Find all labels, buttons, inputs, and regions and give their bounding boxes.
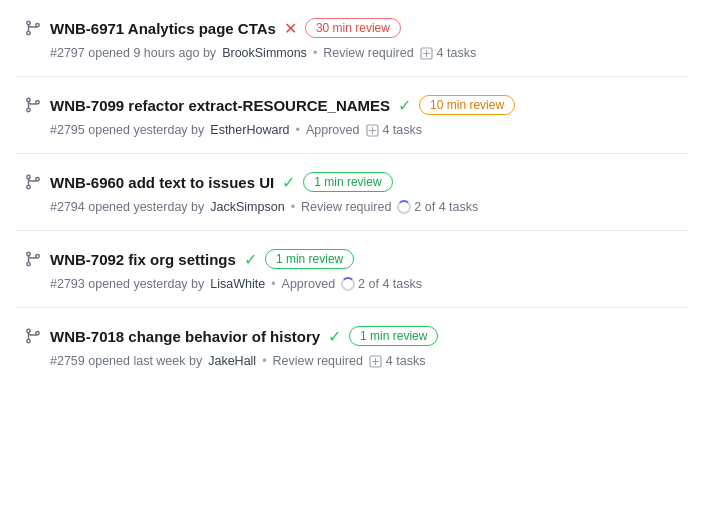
- tasks-icon: [369, 354, 383, 368]
- pr-item-1[interactable]: WNB-6971 Analytics page CTAs✕30 min revi…: [16, 0, 687, 77]
- branch-icon: [24, 250, 42, 268]
- review-status: Approved: [306, 123, 360, 137]
- pr-author: BrookSimmons: [222, 46, 307, 60]
- progress-circle-icon: [397, 200, 411, 214]
- review-status: Review required: [323, 46, 413, 60]
- pr-item-4[interactable]: WNB-7092 fix org settings✓1 min review#2…: [16, 231, 687, 308]
- tasks-icon: [420, 46, 434, 60]
- branch-icon: [24, 96, 42, 114]
- pr-meta: #2759 opened last week by JakeHall•Revie…: [24, 354, 679, 368]
- check-icon: ✓: [282, 173, 295, 192]
- svg-point-1: [27, 31, 30, 34]
- meta-separator: •: [271, 277, 275, 291]
- svg-point-23: [27, 339, 30, 342]
- svg-point-8: [27, 108, 30, 111]
- pr-meta: #2793 opened yesterday by LisaWhite•Appr…: [24, 277, 679, 291]
- pr-author: LisaWhite: [210, 277, 265, 291]
- pr-title-text: WNB-6971 Analytics page CTAs: [50, 20, 276, 37]
- pr-number: #2759 opened last week by: [50, 354, 202, 368]
- svg-point-15: [27, 185, 30, 188]
- tasks-count: 4 tasks: [437, 46, 477, 60]
- tasks-info: 2 of 4 tasks: [341, 277, 422, 291]
- pr-number: #2794 opened yesterday by: [50, 200, 204, 214]
- pr-number: #2797 opened 9 hours ago by: [50, 46, 216, 60]
- pr-title-text: WNB-7018 change behavior of history: [50, 328, 320, 345]
- meta-separator: •: [296, 123, 300, 137]
- pr-author: EstherHoward: [210, 123, 289, 137]
- pr-item-3[interactable]: WNB-6960 add text to issues UI✓1 min rev…: [16, 154, 687, 231]
- review-time-badge: 1 min review: [265, 249, 354, 269]
- tasks-count: 2 of 4 tasks: [358, 277, 422, 291]
- review-status: Review required: [273, 354, 363, 368]
- pr-title-row: WNB-7018 change behavior of history✓1 mi…: [24, 326, 679, 346]
- branch-icon: [24, 19, 42, 37]
- pr-number: #2795 opened yesterday by: [50, 123, 204, 137]
- pr-title-row: WNB-6971 Analytics page CTAs✕30 min revi…: [24, 18, 679, 38]
- tasks-count: 2 of 4 tasks: [414, 200, 478, 214]
- meta-separator: •: [262, 354, 266, 368]
- pr-title-text: WNB-7092 fix org settings: [50, 251, 236, 268]
- svg-point-7: [27, 98, 30, 101]
- pr-title-text: WNB-7099 refactor extract-RESOURCE_NAMES: [50, 97, 390, 114]
- review-status: Review required: [301, 200, 391, 214]
- review-status: Approved: [282, 277, 336, 291]
- pr-item-2[interactable]: WNB-7099 refactor extract-RESOURCE_NAMES…: [16, 77, 687, 154]
- branch-icon: [24, 327, 42, 345]
- pr-meta: #2794 opened yesterday by JackSimpson•Re…: [24, 200, 679, 214]
- svg-point-0: [27, 21, 30, 24]
- tasks-count: 4 tasks: [382, 123, 422, 137]
- review-time-badge: 30 min review: [305, 18, 401, 38]
- svg-point-19: [27, 262, 30, 265]
- meta-separator: •: [291, 200, 295, 214]
- pr-title-row: WNB-6960 add text to issues UI✓1 min rev…: [24, 172, 679, 192]
- tasks-info: 4 tasks: [420, 46, 477, 60]
- tasks-icon: [365, 123, 379, 137]
- tasks-info: 2 of 4 tasks: [397, 200, 478, 214]
- branch-icon: [24, 173, 42, 191]
- x-icon: ✕: [284, 19, 297, 38]
- meta-separator: •: [313, 46, 317, 60]
- pr-author: JackSimpson: [210, 200, 284, 214]
- pr-number: #2793 opened yesterday by: [50, 277, 204, 291]
- pr-title-text: WNB-6960 add text to issues UI: [50, 174, 274, 191]
- tasks-count: 4 tasks: [386, 354, 426, 368]
- pr-meta: #2795 opened yesterday by EstherHoward•A…: [24, 123, 679, 137]
- tasks-info: 4 tasks: [365, 123, 422, 137]
- tasks-info: 4 tasks: [369, 354, 426, 368]
- pr-title-row: WNB-7092 fix org settings✓1 min review: [24, 249, 679, 269]
- svg-point-18: [27, 252, 30, 255]
- check-icon: ✓: [244, 250, 257, 269]
- svg-point-14: [27, 175, 30, 178]
- review-time-badge: 10 min review: [419, 95, 515, 115]
- pr-list: WNB-6971 Analytics page CTAs✕30 min revi…: [0, 0, 703, 384]
- review-time-badge: 1 min review: [303, 172, 392, 192]
- pr-author: JakeHall: [208, 354, 256, 368]
- pr-item-5[interactable]: WNB-7018 change behavior of history✓1 mi…: [16, 308, 687, 384]
- pr-meta: #2797 opened 9 hours ago by BrookSimmons…: [24, 46, 679, 60]
- progress-circle-icon: [341, 277, 355, 291]
- check-icon: ✓: [328, 327, 341, 346]
- svg-point-22: [27, 329, 30, 332]
- pr-title-row: WNB-7099 refactor extract-RESOURCE_NAMES…: [24, 95, 679, 115]
- review-time-badge: 1 min review: [349, 326, 438, 346]
- check-icon: ✓: [398, 96, 411, 115]
